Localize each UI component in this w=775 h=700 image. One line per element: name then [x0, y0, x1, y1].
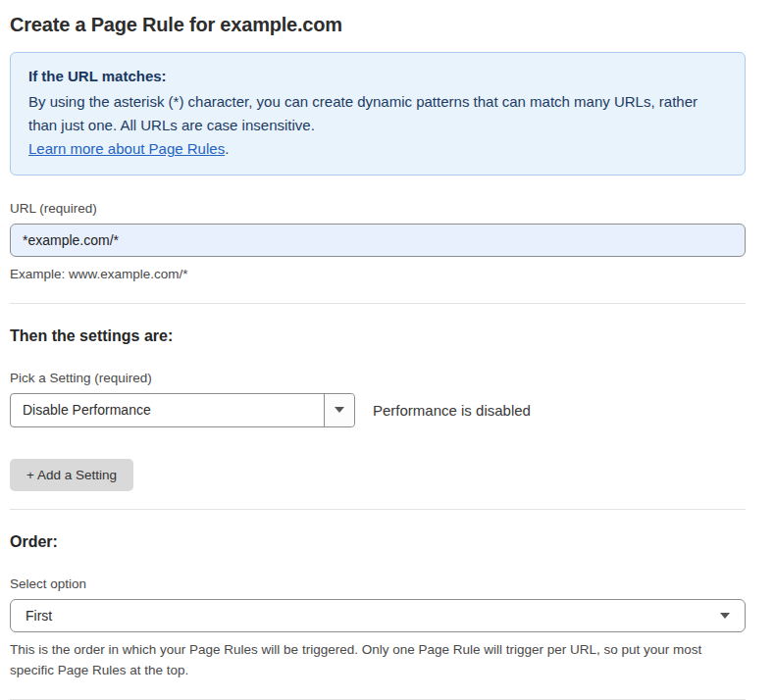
url-match-info-box: If the URL matches: By using the asteris… — [10, 52, 746, 175]
setting-picker-label: Pick a Setting (required) — [10, 371, 746, 385]
setting-select[interactable]: Disable Performance — [10, 393, 355, 427]
setting-status-text: Performance is disabled — [373, 402, 531, 419]
learn-more-link[interactable]: Learn more about Page Rules — [28, 140, 225, 157]
link-suffix: . — [225, 140, 229, 157]
order-section-heading: Order: — [10, 533, 746, 551]
divider — [10, 303, 746, 304]
setting-picker-row: Disable Performance Performance is disab… — [10, 393, 746, 427]
order-select-label: Select option — [10, 576, 746, 591]
info-box-link-line: Learn more about Page Rules. — [28, 137, 727, 161]
info-box-body: By using the asterisk (*) character, you… — [28, 90, 727, 137]
settings-section-heading: Then the settings are: — [10, 327, 746, 345]
url-example-text: Example: www.example.com/* — [10, 265, 746, 285]
divider — [10, 509, 746, 510]
url-input[interactable] — [10, 224, 746, 257]
chevron-down-icon — [335, 407, 344, 413]
info-box-heading: If the URL matches: — [28, 65, 727, 88]
url-field-label: URL (required) — [10, 201, 746, 216]
chevron-down-icon — [720, 613, 730, 619]
add-setting-button[interactable]: + Add a Setting — [10, 459, 133, 491]
order-select-value: First — [26, 608, 52, 624]
order-select[interactable]: First — [10, 599, 746, 632]
setting-select-value: Disable Performance — [11, 394, 324, 426]
page-rule-form: Create a Page Rule for example.com If th… — [0, 0, 746, 700]
page-title: Create a Page Rule for example.com — [10, 14, 746, 36]
setting-select-arrow-button[interactable] — [324, 394, 354, 426]
order-help-text: This is the order in which your Page Rul… — [10, 640, 741, 681]
